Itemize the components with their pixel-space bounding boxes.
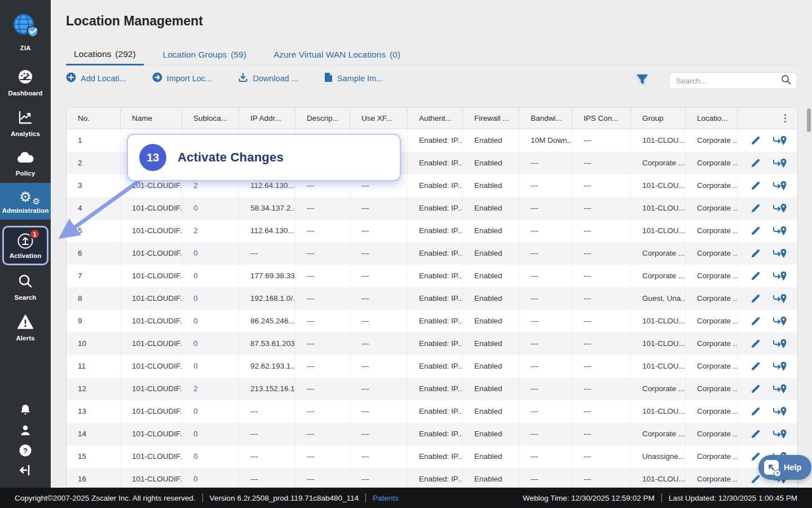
edit-pencil-icon[interactable]: [751, 475, 760, 484]
edit-pencil-icon[interactable]: [751, 136, 760, 145]
edit-pencil-icon[interactable]: [751, 430, 760, 439]
notifications-bell-button[interactable]: [0, 403, 51, 419]
footer-divider: [202, 493, 203, 502]
go-to-location-pin-icon[interactable]: [773, 383, 787, 395]
edit-pencil-icon[interactable]: [751, 271, 760, 281]
edit-pencil-icon[interactable]: [751, 407, 760, 416]
edit-pencil-icon[interactable]: [751, 159, 760, 168]
search-input[interactable]: [676, 77, 781, 85]
go-to-location-pin-icon[interactable]: [773, 293, 787, 304]
cell-sublocation-link[interactable]: 0: [182, 445, 239, 468]
column-header-firewall[interactable]: Firewall ...: [463, 108, 519, 129]
sidebar-item-dashboard[interactable]: Dashboard: [0, 69, 51, 97]
cell-bandwidth: ---: [519, 152, 572, 174]
go-to-location-pin-icon[interactable]: [773, 135, 787, 146]
cell-ips: ---: [572, 242, 631, 265]
go-to-location-pin-icon[interactable]: [773, 248, 787, 259]
sidebar-item-alerts[interactable]: Alerts: [0, 314, 51, 341]
edit-pencil-icon[interactable]: [751, 384, 760, 393]
sidebar-item-zia-logo[interactable]: ZIA: [0, 12, 51, 51]
tab-azure-virtual-wan-locations[interactable]: Azure Virtual WAN Locations (0): [266, 44, 408, 65]
add-location-button[interactable]: Add Locati...: [66, 72, 126, 84]
cell-firewall: Enabled: [463, 445, 519, 468]
cell-no: 9: [67, 310, 121, 332]
cell-sublocation-link[interactable]: 0: [182, 265, 239, 287]
tab-locations[interactable]: Locations (292): [66, 44, 144, 65]
last-updated-text: Last Updated: 12/30/2025 1:00:45 PM: [669, 494, 797, 502]
column-settings-kebab-icon[interactable]: [784, 114, 787, 123]
column-header-no[interactable]: No.: [67, 108, 121, 129]
import-locations-button[interactable]: Import Loc...: [152, 72, 213, 84]
column-header-description[interactable]: Descrip...: [295, 108, 350, 129]
patents-link[interactable]: Patents: [373, 494, 399, 502]
edit-pencil-icon[interactable]: [751, 226, 760, 235]
column-header-auth[interactable]: Authent...: [408, 108, 463, 129]
cell-firewall: Enabled: [463, 310, 519, 332]
download-button[interactable]: Download ...: [238, 72, 298, 84]
filter-button[interactable]: [636, 74, 648, 87]
magnifier-icon[interactable]: [781, 75, 791, 87]
cell-sublocation-link[interactable]: 2: [182, 378, 239, 400]
edit-pencil-icon[interactable]: [751, 204, 760, 213]
cell-sublocation-link[interactable]: 0: [182, 242, 239, 265]
cell-sublocation-link[interactable]: 0: [182, 287, 239, 310]
cell-sublocation-link[interactable]: 0: [182, 468, 239, 488]
edit-pencil-icon[interactable]: [751, 181, 760, 190]
column-header-bandwidth[interactable]: Bandwi...: [519, 108, 572, 129]
go-to-location-pin-icon[interactable]: [773, 428, 787, 440]
sidebar-item-policy[interactable]: Policy: [0, 150, 51, 177]
go-to-location-pin-icon[interactable]: [773, 270, 787, 282]
sidebar-item-activation[interactable]: 1 Activation: [2, 226, 48, 265]
help-circle-button[interactable]: ?: [0, 444, 51, 459]
column-header-name[interactable]: Name: [121, 108, 182, 129]
go-to-location-pin-icon[interactable]: [773, 316, 787, 327]
cell-bandwidth: ---: [519, 174, 572, 197]
cell-sublocation-link[interactable]: 0: [182, 400, 239, 423]
cell-ips: ---: [572, 129, 631, 152]
user-icon: [19, 423, 32, 439]
table-row: 14 101-CLOUDIF... 0 --- --- --- Enabled:…: [67, 423, 797, 445]
column-header-location[interactable]: Locatio...: [686, 108, 738, 129]
cell-sublocation-link[interactable]: 0: [182, 423, 239, 445]
sidebar-item-analytics[interactable]: Analytics: [0, 110, 51, 137]
edit-pencil-icon[interactable]: [751, 294, 760, 303]
table-body: 1 101-CLOUDIF... Enabled: IP... Enabled …: [67, 129, 797, 488]
sample-import-button[interactable]: Sample Im...: [324, 72, 383, 84]
column-header-group[interactable]: Group: [631, 108, 686, 129]
help-button[interactable]: ? Help: [758, 455, 811, 480]
go-to-location-pin-icon[interactable]: [773, 157, 787, 169]
go-to-location-pin-icon[interactable]: [773, 180, 787, 191]
sidebar-item-search[interactable]: Search: [0, 273, 51, 301]
edit-pencil-icon[interactable]: [751, 317, 760, 326]
user-profile-button[interactable]: [0, 423, 51, 439]
cell-no: 8: [67, 287, 121, 310]
cell-sublocation-link[interactable]: 0: [182, 197, 239, 220]
cell-ips: ---: [572, 310, 631, 332]
edit-pencil-icon[interactable]: [751, 249, 760, 258]
cell-sublocation-link[interactable]: 2: [182, 220, 239, 242]
cell-ips: ---: [572, 332, 631, 355]
cell-sublocation-link[interactable]: 0: [182, 355, 239, 378]
vertical-scrollbar-thumb[interactable]: [807, 108, 811, 132]
cell-use-xff: ---: [350, 242, 408, 265]
tab-location-groups[interactable]: Location Groups (59): [155, 44, 254, 65]
table-row: 12 101-CLOUDIF... 2 213.152.16.1... --- …: [67, 378, 797, 400]
edit-pencil-icon[interactable]: [751, 452, 760, 461]
logout-button[interactable]: [0, 464, 51, 479]
cell-sublocation-link[interactable]: 0: [182, 332, 239, 355]
go-to-location-pin-icon[interactable]: [773, 225, 787, 237]
column-header-sublocation[interactable]: Subloca...: [182, 108, 239, 129]
sidebar-item-administration[interactable]: ⚙⚙ Administration: [0, 183, 51, 220]
edit-pencil-icon[interactable]: [751, 362, 760, 371]
edit-pencil-icon[interactable]: [751, 339, 760, 348]
column-header-ip[interactable]: IP Addr...: [239, 108, 295, 129]
cell-sublocation-link[interactable]: 0: [182, 310, 239, 332]
go-to-location-pin-icon[interactable]: [773, 406, 787, 417]
cell-ip: 192.168.1.0/...: [239, 287, 295, 310]
go-to-location-pin-icon[interactable]: [773, 338, 787, 349]
column-header-use-xff[interactable]: Use XF...: [350, 108, 408, 129]
go-to-location-pin-icon[interactable]: [773, 203, 787, 214]
version-text: Version 6.2r.2508_prod.119.71c8ab480_114: [210, 494, 359, 502]
go-to-location-pin-icon[interactable]: [773, 361, 787, 372]
column-header-ips[interactable]: IPS Con...: [572, 108, 631, 129]
